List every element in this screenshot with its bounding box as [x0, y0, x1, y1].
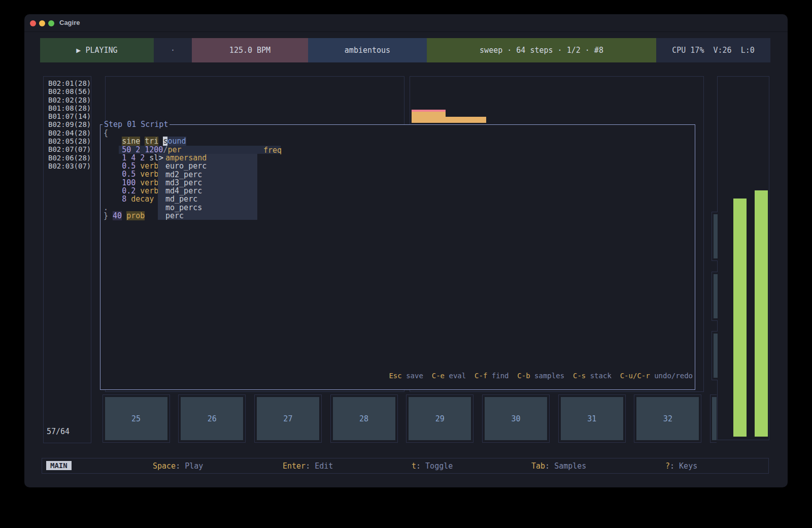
bottom-status-bar: MAIN Space: PlayEnter: Editt: ToggleTab:… [42, 458, 769, 474]
help-label: eval [445, 372, 475, 380]
code-token [104, 178, 122, 187]
zoom-button[interactable] [48, 20, 54, 26]
autocomplete-selection-marker: > [158, 154, 165, 162]
status-segment-transport[interactable]: ▶ PLAYING [40, 38, 154, 62]
help-key: C-e [432, 372, 445, 380]
script-editor[interactable]: Step 01 Script freq { sine tri sound 50 … [100, 124, 695, 390]
autocomplete-selection-marker [158, 187, 165, 195]
autocomplete-item[interactable]: mo_percs [158, 204, 257, 212]
autocomplete-item[interactable]: perc [158, 212, 257, 220]
pattern-list-item[interactable]: B02:08(56) [48, 87, 91, 95]
shortcut-colon: : [545, 461, 554, 471]
code-token [131, 145, 136, 154]
minimize-button[interactable] [39, 20, 45, 26]
pattern-list-item[interactable]: B02:02(28) [48, 96, 91, 104]
code-token [136, 186, 140, 195]
shortcut-key: Space [153, 461, 176, 471]
shortcut-colon: : [306, 461, 315, 471]
code-token [136, 153, 140, 162]
code-token: 40 [113, 211, 122, 220]
pattern-list-item[interactable]: B02:07(07) [48, 145, 91, 153]
screen: Cagire ▶ PLAYING·125.0 BPMambientousswee… [0, 0, 812, 528]
shortcut-label: Toggle [425, 461, 453, 471]
code-token: tri [145, 137, 158, 146]
pattern-list-item[interactable]: B01:07(14) [48, 112, 91, 120]
autocomplete-selection-marker [158, 171, 165, 179]
step-cell-number: 28 [333, 397, 395, 440]
code-line: 50 2 1200/per [104, 146, 186, 154]
pattern-list-item[interactable]: B02:05(28) [48, 137, 91, 145]
pattern-list-item[interactable]: B02:09(28) [48, 120, 91, 128]
code-token [104, 194, 122, 204]
shortcut-label: Play [185, 461, 203, 471]
help-label: undo/redo [650, 372, 693, 380]
editor-title: Step 01 Script [103, 120, 170, 128]
code-token [136, 178, 140, 187]
autocomplete-item-label: mo_percs [165, 204, 202, 212]
step-cell-number: 26 [181, 397, 243, 440]
shortcut-key: Enter [283, 461, 306, 471]
shortcut-colon: : [176, 461, 185, 471]
close-button[interactable] [30, 20, 36, 26]
step-counter: 57/64 [47, 427, 70, 436]
step-cell[interactable]: 27 [254, 394, 322, 443]
pattern-list-item[interactable]: B01:08(28) [48, 104, 91, 112]
code-token [104, 170, 122, 179]
autocomplete-selection-marker [158, 212, 165, 220]
code-token: sine [122, 137, 140, 146]
envelope-segment [446, 117, 486, 123]
code-token [104, 161, 122, 171]
shortcut-colon: : [416, 461, 425, 471]
status-segment-dot: · [154, 38, 192, 62]
shortcut-label: Keys [679, 461, 697, 471]
shortcut-edit: Enter: Edit [283, 461, 333, 471]
code-token [126, 194, 131, 204]
autocomplete-item-label: euro_perc [165, 162, 207, 170]
autocomplete-dropdown: >ampersand euro_perc md2_perc md3_perc m… [158, 154, 257, 220]
step-cell[interactable]: 28 [330, 394, 398, 443]
code-token [104, 153, 122, 162]
step-cell-number: 30 [485, 397, 547, 440]
code-token [140, 137, 145, 146]
editor-help-line: Esc save C-e eval C-f find C-b samples C… [389, 372, 693, 380]
autocomplete-item[interactable]: md_perc [158, 195, 257, 203]
step-cell[interactable]: 25 [103, 394, 170, 443]
code-token: 1 [122, 153, 126, 162]
step-cell-number: 32 [636, 397, 699, 440]
help-label: find [487, 372, 517, 380]
autocomplete-item[interactable]: md2_perc [158, 171, 257, 179]
code-token [104, 137, 122, 146]
shortcut-samples: Tab: Samples [531, 461, 586, 471]
step-cell[interactable]: 32 [634, 394, 701, 443]
help-key: C-u/C-r [620, 372, 650, 380]
step-cell[interactable]: 31 [558, 394, 626, 443]
code-token: decay [131, 194, 154, 204]
autocomplete-item[interactable]: md4_perc [158, 187, 257, 195]
app-window: Cagire ▶ PLAYING·125.0 BPMambientousswee… [24, 14, 788, 487]
code-token: 100 [122, 178, 136, 187]
autocomplete-item-label: perc [165, 212, 184, 220]
autocomplete-selection-marker [158, 162, 165, 170]
shortcut-key: ? [665, 461, 670, 471]
code-token [104, 145, 122, 154]
shortcut-label: Samples [554, 461, 586, 471]
status-segment-system: CPU 17% V:26 L:0 [656, 38, 770, 62]
shortcut-key: Tab [531, 461, 545, 471]
pattern-list-item[interactable]: B02:04(28) [48, 129, 91, 137]
step-cell[interactable]: 30 [482, 394, 550, 443]
pattern-list-panel: B02:01(28)B02:08(56)B02:02(28)B01:08(28)… [43, 76, 91, 443]
pattern-list-item[interactable]: B02:06(28) [48, 154, 91, 162]
autocomplete-item[interactable]: euro_perc [158, 162, 257, 170]
code-token [136, 161, 140, 171]
code-token [140, 145, 145, 154]
autocomplete-item[interactable]: md3_perc [158, 179, 257, 187]
pattern-list-item[interactable]: B02:01(28) [48, 79, 91, 87]
status-segment-pattern: sweep · 64 steps · 1/2 · #8 [427, 38, 656, 62]
code-line: sine tri sound [104, 137, 186, 145]
autocomplete-item-label: ampersand [165, 154, 207, 162]
pattern-list-item[interactable]: B02:03(07) [48, 162, 91, 170]
step-cell[interactable]: 26 [178, 394, 246, 443]
step-cell[interactable]: 29 [406, 394, 473, 443]
code-token: 1200 [145, 145, 163, 154]
autocomplete-item[interactable]: >ampersand [158, 154, 257, 162]
